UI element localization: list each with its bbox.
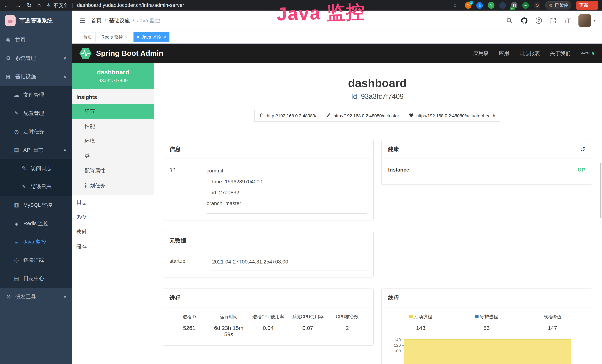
sidebar-item-job[interactable]: ◷定时任务	[0, 122, 72, 141]
spring-boot-admin: Spring Boot Admin 应用墙应用日志报表关于我们 zh-CN ∨ …	[72, 43, 602, 364]
bookmark-star-icon[interactable]: ☆	[452, 2, 458, 9]
content-column: 首页/基础设施/Java 监控 ? TT ▾	[72, 11, 602, 364]
sba-sidebar-item[interactable]: 日志	[72, 195, 154, 210]
sba-sidebar-item[interactable]: 缓存	[72, 239, 154, 254]
tab-Java-监控[interactable]: Java 监控×	[133, 32, 170, 42]
sba-sidebar-item[interactable]: 配置属性	[72, 163, 154, 178]
search-icon[interactable]	[506, 17, 513, 24]
tab-Redis-监控[interactable]: Redis 监控×	[98, 32, 131, 42]
instance-link-button[interactable]: http://192.168.0.2:48080/	[254, 110, 321, 122]
git-id-line: id: 27aa832	[206, 187, 367, 198]
hamburger-icon[interactable]	[79, 17, 86, 24]
update-button[interactable]: 更新 ⋮	[576, 1, 598, 10]
help-icon[interactable]: ?	[536, 17, 542, 24]
sidebar-item-system[interactable]: ⚙系统管理∨	[0, 49, 72, 67]
instance-header[interactable]: dashboard 93a3fc7f7409	[72, 63, 154, 89]
sidebar-item-label: 配置管理	[23, 110, 44, 117]
sidebar-item-api-log[interactable]: ▤API 日志∧	[0, 141, 72, 159]
sidebar-item-log-center[interactable]: ▤日志中心	[0, 269, 72, 288]
sidebar-item-mysql[interactable]: ▥MySQL 监控	[0, 196, 72, 214]
sidebar-item-tracing[interactable]: ◎链路追踪	[0, 251, 72, 269]
forward-button[interactable]: →	[15, 2, 21, 9]
sba-nav-item[interactable]: 应用	[499, 50, 509, 57]
process-col-header: 运行时间	[209, 314, 248, 320]
timer-icon: ◷	[13, 128, 20, 135]
back-button[interactable]: ←	[4, 2, 10, 9]
sba-sidebar-item[interactable]: 细节	[72, 104, 154, 119]
sidebar-item-access-log[interactable]: ✎访问日志	[0, 159, 72, 177]
fullscreen-icon[interactable]	[550, 17, 557, 24]
browser-home-button[interactable]: ⌂	[37, 2, 41, 9]
app-logo-row[interactable]: 芋道管理系统	[0, 11, 72, 31]
health-card-title: 健康	[388, 145, 399, 153]
sba-sidebar-item[interactable]: JVM	[72, 210, 154, 225]
sba-nav-item[interactable]: 应用墙	[473, 50, 489, 57]
breadcrumb-item[interactable]: Java 监控	[137, 17, 160, 24]
sidebar-item-infra[interactable]: ▦基础设施∧	[0, 67, 72, 86]
extension-puzzle-icon[interactable]: ⬡	[534, 2, 540, 9]
threads-legend-value: 147	[519, 325, 585, 331]
sidebar-item-java[interactable]: ☕Java 监控	[0, 233, 72, 251]
close-icon[interactable]: ×	[163, 35, 166, 39]
address-bar[interactable]: ⚠ 不安全 | dashboard.yudao.iocoder.cn/infra…	[46, 2, 447, 9]
extension-drop-icon[interactable]: 💧	[476, 2, 483, 9]
tab-首页[interactable]: 首页	[80, 32, 96, 42]
insights-section: Insights 细节性能环境类配置属性计划任务	[72, 89, 154, 195]
threads-card: 线程 活动线程143守护进程53线程峰值147 140120100	[382, 289, 592, 364]
scrollbar-thumb[interactable]	[600, 163, 602, 218]
sidebar-item-label: 日志中心	[23, 275, 44, 282]
breadcrumb-item[interactable]: 基础设施	[109, 17, 130, 24]
sba-brand-label: Spring Boot Admin	[96, 49, 163, 57]
extension-green-icon[interactable]: Y	[488, 2, 494, 9]
extension-switch-icon[interactable]: ◧ on	[511, 2, 517, 9]
paused-pill[interactable]: ☺ 已暂停	[545, 1, 571, 10]
sidebar-item-file[interactable]: ☁文件管理	[0, 86, 72, 104]
threads-legend-value: 143	[388, 325, 454, 331]
cloud-icon: ☁	[13, 92, 20, 98]
font-size-icon[interactable]: TT	[565, 17, 571, 24]
sba-sidebar-item[interactable]: 计划任务	[72, 178, 154, 193]
instance-link-button[interactable]: http://192.168.0.2:48080/actuator	[321, 110, 404, 122]
security-label[interactable]: 不安全	[53, 2, 68, 9]
threads-legend-value: 53	[454, 325, 519, 331]
extension-grid-icon[interactable]: ⠿	[499, 2, 506, 9]
health-row[interactable]: Instance UP	[388, 161, 585, 178]
tab-label: Redis 监控	[101, 34, 123, 40]
sba-nav-item[interactable]: 日志报表	[519, 50, 540, 57]
instance-link-button[interactable]: http://192.168.0.2:48080/actuator/health	[404, 110, 500, 122]
sba-brand[interactable]: Spring Boot Admin	[79, 48, 163, 59]
chevron-up-icon: ∧	[64, 74, 66, 79]
info-value: commit: time: 1596289704000 id: 27aa832 …	[206, 165, 367, 214]
sidebar-item-devtools[interactable]: ⚒研发工具∨	[0, 288, 72, 306]
sba-root-items: 日志JVM映射缓存	[72, 195, 154, 254]
home-link-icon	[259, 113, 264, 119]
browser-menu-icon[interactable]: ⋮	[591, 3, 595, 8]
url-text[interactable]: dashboard.yudao.iocoder.cn/infra/admin-s…	[77, 2, 184, 8]
sba-sidebar-item[interactable]: 类	[72, 149, 154, 163]
sba-sidebar-item[interactable]: 映射	[72, 225, 154, 239]
sba-nav-item[interactable]: 关于我们	[550, 50, 571, 57]
sidebar-item-label: 研发工具	[15, 293, 36, 300]
sidebar-item-redis[interactable]: ◈Redis 监控	[0, 214, 72, 233]
info-card-title: 信息	[163, 140, 373, 159]
history-icon[interactable]: ↺	[580, 146, 585, 153]
sidebar-item-error-log[interactable]: ✎错误日志	[0, 177, 72, 196]
extension-orange-icon[interactable]: ◠ 1	[465, 2, 472, 9]
extension-leaf-icon[interactable]: ❧	[522, 2, 529, 9]
close-icon[interactable]: ×	[125, 35, 128, 39]
process-col-header: 进程CPU使用率	[248, 314, 288, 320]
cards-grid: 信息 git commit: time: 1596289704000 id: 2…	[163, 140, 592, 364]
sidebar-item-home[interactable]: ◉首页	[0, 31, 72, 49]
github-icon[interactable]	[521, 17, 528, 24]
instance-id: 93a3fc7f7409	[74, 78, 152, 84]
sidebar-item-label: 首页	[15, 36, 26, 43]
user-menu[interactable]: ▾	[579, 14, 596, 27]
breadcrumb-item[interactable]: 首页	[91, 17, 102, 24]
locale-select[interactable]: zh-CN ∨	[581, 51, 595, 56]
sba-sidebar-item[interactable]: 性能	[72, 119, 154, 134]
chevron-down-icon: ∨	[64, 56, 66, 61]
sidebar-item-config[interactable]: ✎配置管理	[0, 104, 72, 122]
sba-sidebar-item[interactable]: 环境	[72, 134, 154, 149]
refresh-button[interactable]: ↻	[27, 2, 32, 9]
legend-swatch-icon	[409, 315, 413, 318]
